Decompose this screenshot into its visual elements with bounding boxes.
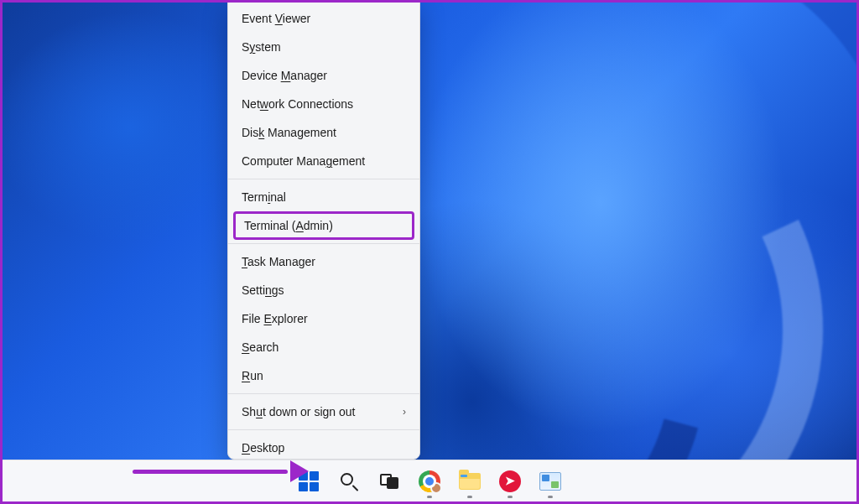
menu-item-device-manager[interactable]: Device Manager — [228, 61, 419, 90]
menu-item-event-viewer[interactable]: Event Viewer — [228, 4, 419, 33]
search-button[interactable] — [331, 464, 367, 499]
task-view-icon — [380, 474, 398, 489]
menu-item-label: Desktop — [242, 441, 284, 455]
menu-item-run[interactable]: Run — [228, 361, 419, 390]
file-explorer-button[interactable] — [452, 464, 487, 499]
red-app-button[interactable]: ➤ — [492, 464, 528, 499]
menu-separator — [228, 243, 419, 244]
menu-item-label: Settings — [242, 283, 284, 297]
desktop-wallpaper — [3, 3, 856, 501]
control-panel-button[interactable] — [533, 464, 568, 499]
menu-item-label: Task Manager — [242, 255, 315, 268]
menu-item-label: File Explorer — [242, 312, 308, 325]
menu-item-file-explorer[interactable]: File Explorer — [228, 304, 419, 333]
menu-separator — [228, 393, 419, 394]
menu-item-task-manager[interactable]: Task Manager — [228, 247, 419, 276]
task-view-button[interactable] — [372, 464, 407, 499]
taskbar: ➤ — [3, 460, 856, 501]
control-panel-icon — [539, 472, 561, 491]
menu-item-search[interactable]: Search — [228, 333, 419, 361]
menu-item-label: System — [242, 40, 281, 54]
menu-item-label: Device Manager — [242, 69, 327, 82]
menu-item-label: Network Connections — [242, 97, 353, 111]
menu-item-settings[interactable]: Settings — [228, 276, 419, 304]
menu-item-label: Terminal (Admin) — [244, 219, 333, 232]
menu-item-label: Computer Management — [242, 154, 365, 168]
menu-item-label: Disk Management — [242, 126, 336, 139]
menu-item-terminal-admin-highlighted[interactable]: Terminal (Admin) — [233, 211, 414, 240]
menu-item-network-connections[interactable]: Network Connections — [228, 90, 419, 118]
menu-separator — [228, 429, 419, 430]
running-indicator — [508, 496, 513, 498]
start-button[interactable] — [291, 464, 326, 499]
menu-item-label: Terminal — [242, 190, 286, 204]
menu-item-system[interactable]: System — [228, 33, 419, 61]
chevron-right-icon: › — [403, 406, 406, 418]
search-icon — [340, 472, 358, 491]
menu-item-computer-management[interactable]: Computer Management — [228, 147, 419, 175]
file-explorer-icon — [459, 473, 481, 490]
menu-item-label: Search — [242, 340, 279, 354]
chrome-icon — [419, 470, 440, 492]
profile-avatar-badge — [430, 482, 442, 494]
menu-item-label: Shut down or sign out — [242, 405, 355, 418]
menu-item-label: Event Viewer — [242, 12, 310, 25]
windows-icon — [299, 471, 319, 491]
menu-item-desktop[interactable]: Desktop — [228, 434, 419, 462]
menu-item-terminal[interactable]: Terminal — [228, 183, 419, 211]
running-indicator — [467, 496, 472, 498]
running-indicator — [427, 496, 432, 498]
menu-separator — [228, 179, 419, 179]
winx-context-menu: Event ViewerSystemDevice ManagerNetwork … — [227, 0, 420, 460]
running-indicator — [548, 496, 553, 498]
menu-item-shutdown-signout[interactable]: Shut down or sign out› — [228, 397, 419, 426]
menu-item-label: Run — [242, 369, 263, 382]
red-app-icon: ➤ — [499, 470, 521, 492]
chrome-button[interactable] — [412, 464, 447, 499]
menu-item-disk-management[interactable]: Disk Management — [228, 118, 419, 147]
